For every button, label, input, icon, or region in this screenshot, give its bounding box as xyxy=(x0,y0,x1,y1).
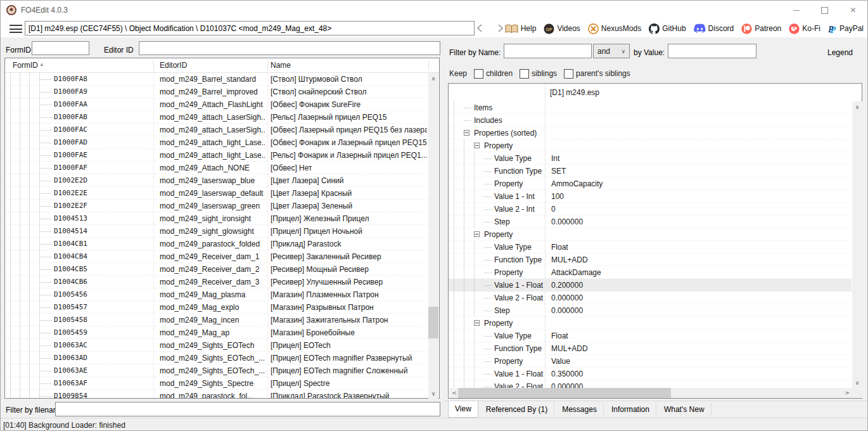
tab-what-s-new[interactable]: What's New xyxy=(658,402,712,416)
scroll-down-icon[interactable]: ∨ xyxy=(852,377,862,388)
scroll-up-icon[interactable]: ∧ xyxy=(428,73,438,84)
tab-information[interactable]: Information xyxy=(605,402,656,416)
tree-vertical-scrollbar[interactable]: ∧ ∨ xyxy=(852,101,862,388)
tree-row-value: AttackDamage xyxy=(551,266,601,279)
filename-filter-input[interactable] xyxy=(55,402,440,416)
collapse-expander-icon[interactable] xyxy=(474,320,480,326)
table-row[interactable]: D1005458 mod_m249_Mag_incen [Магазин] За… xyxy=(5,314,428,326)
back-icon[interactable] xyxy=(476,23,485,34)
table-row[interactable]: D10063AE mod_m249_Sights_EOTech_... [При… xyxy=(5,364,428,377)
keep-parents-siblings-checkbox[interactable] xyxy=(564,69,573,79)
toolbar-link-nexusmods[interactable]: NexusMods xyxy=(588,23,641,34)
keep-children-checkbox[interactable] xyxy=(474,69,483,79)
scroll-up-icon[interactable]: ∧ xyxy=(852,101,862,112)
table-row[interactable]: D1000FAF mod_m249_Attach_NONE [Обвес] Не… xyxy=(5,162,428,174)
tree-row[interactable]: Value 1 - Int100 xyxy=(449,190,852,203)
tree-row[interactable]: PropertyAmmoCapacity xyxy=(449,177,852,190)
table-row[interactable]: D1000FAC mod_m249_attach_LaserSigh... [О… xyxy=(5,124,428,136)
column-header-editorid[interactable]: EditorID xyxy=(160,61,187,70)
toolbar-link-discord[interactable]: Discord xyxy=(694,23,734,34)
table-row[interactable]: D1000FAB mod_m249_attach_LaserSigh... [Р… xyxy=(5,111,428,124)
table-row[interactable]: D1000FAD mod_m249_attach_light_Lase... [… xyxy=(5,136,428,149)
column-header-formid[interactable]: FormID xyxy=(13,61,38,70)
tree-row[interactable]: Value TypeFloat xyxy=(449,241,852,254)
table-row[interactable]: D1004514 mod_m249_sight_glowsight [Прице… xyxy=(5,225,428,238)
scroll-right-icon[interactable]: > xyxy=(842,388,852,398)
scrollbar-thumb[interactable] xyxy=(428,307,438,338)
table-row[interactable]: D1009854 mod_m249_parastock_fol... [Прик… xyxy=(5,390,428,398)
breadcrumb[interactable] xyxy=(25,21,475,35)
column-header-name[interactable]: Name xyxy=(271,61,291,70)
table-row[interactable]: D1004CB1 mod_m249_parastock_folded [Прик… xyxy=(5,238,428,250)
table-row[interactable]: D1004CB5 mod_m249_Receiver_dam_2 [Ресиве… xyxy=(5,263,428,276)
table-row[interactable]: D1004CB4 mod_m249_Receiver_dam_1 [Ресиве… xyxy=(5,250,428,263)
table-row[interactable]: D1005459 mod_m249_Mag_ap [Магазин] Броне… xyxy=(5,326,428,339)
tree-column-header[interactable]: [D1] m249.esp xyxy=(550,86,599,99)
tree-row[interactable]: Step0.000000 xyxy=(449,216,852,228)
records-vertical-scrollbar[interactable]: ∧ ∨ xyxy=(428,73,438,399)
scrollbar-thumb[interactable] xyxy=(458,388,671,398)
tree-row[interactable]: Includes xyxy=(449,114,852,127)
toolbar-link-patreon[interactable]: Patreon xyxy=(741,23,781,34)
tree-row[interactable]: Properties (sorted) xyxy=(449,127,852,139)
tree-row[interactable]: Property xyxy=(449,228,852,241)
table-row[interactable]: D1004513 mod_m249_sight_ironsight [Прице… xyxy=(5,212,428,225)
table-row[interactable]: D1000FAE mod_m249_attach_light_Lase... [… xyxy=(5,149,428,162)
scroll-down-icon[interactable]: ∨ xyxy=(428,388,438,399)
toolbar-link-help[interactable]: Help xyxy=(505,24,537,34)
filter-by-value-input[interactable] xyxy=(668,44,756,58)
tree-row[interactable]: Value 1 - Float0.200000 xyxy=(449,279,852,292)
tree-row[interactable]: Value 2 - Float0.000000 xyxy=(449,380,852,388)
tree-row[interactable]: Property xyxy=(449,317,852,330)
table-row[interactable]: D1005456 mod_m249_Mag_plasma [Магазин] П… xyxy=(5,288,428,301)
tree-row[interactable]: Value 2 - Int0 xyxy=(449,203,852,216)
records-table-header[interactable]: FormID ▲ EditorID Name xyxy=(5,58,439,73)
tree-row[interactable]: Function TypeMUL+ADD xyxy=(449,254,852,266)
tree-row[interactable]: Value 1 - Float0.350000 xyxy=(449,368,852,380)
tree-row[interactable]: Value 2 - Float0.000000 xyxy=(449,292,852,304)
filter-by-name-input[interactable] xyxy=(504,44,592,58)
legend-link[interactable]: Legend xyxy=(827,48,853,57)
table-row[interactable]: D1000FAA mod_m249_Attach_FlashLight [Обв… xyxy=(5,98,428,111)
keep-siblings-checkbox[interactable] xyxy=(520,69,529,79)
tree-row[interactable]: Property xyxy=(449,139,852,152)
maximize-button[interactable] xyxy=(810,1,839,20)
table-row[interactable]: D10063AD mod_m249_Sights_EOTech_... [При… xyxy=(5,352,428,364)
tree-horizontal-scrollbar[interactable]: < > xyxy=(449,388,852,398)
table-row[interactable]: D10063AC mod_m249_Sights_EOTech [Прицел]… xyxy=(5,339,428,352)
tree-row[interactable]: Value TypeFloat xyxy=(449,330,852,342)
tree-row-value: AmmoCapacity xyxy=(551,177,603,190)
tree-row[interactable]: Value TypeInt xyxy=(449,152,852,165)
toolbar-link-videos[interactable]: GPVideos xyxy=(544,23,580,34)
tab-view[interactable]: View xyxy=(448,401,478,418)
tree-row[interactable]: PropertyAttackDamage xyxy=(449,266,852,279)
tab-referenced-by-1-[interactable]: Referenced By (1) xyxy=(480,402,554,416)
collapse-expander-icon[interactable] xyxy=(474,231,480,237)
table-row[interactable]: D1002E2D mod_m249_laserswap_blue [Цвет Л… xyxy=(5,174,428,187)
tree-row[interactable]: Function TypeMUL+ADD xyxy=(449,342,852,355)
editor-id-filter-input[interactable] xyxy=(139,41,440,55)
minimize-button[interactable] xyxy=(782,1,810,20)
main-menu-icon[interactable] xyxy=(10,25,22,33)
collapse-expander-icon[interactable] xyxy=(474,143,480,148)
table-row[interactable]: D1002E2F mod_m249_laserswap_green [Цвет … xyxy=(5,200,428,212)
tree-row[interactable]: Step0.000000 xyxy=(449,304,852,317)
help-book-icon xyxy=(505,24,518,34)
filter-operator-select[interactable]: and ∨ xyxy=(593,44,630,58)
table-row[interactable]: D1002E2E mod_m249_laserswap_default [Цве… xyxy=(5,187,428,200)
toolbar-link-ko-fi[interactable]: Ko-Fi xyxy=(789,23,820,34)
tree-row[interactable]: Items xyxy=(449,101,852,114)
close-button[interactable]: ✕ xyxy=(839,1,867,20)
formid-filter-input[interactable] xyxy=(32,41,89,55)
collapse-expander-icon[interactable] xyxy=(464,130,469,136)
table-row[interactable]: D1004CB6 mod_m249_Receiver_dam_3 [Ресиве… xyxy=(5,276,428,288)
tab-messages[interactable]: Messages xyxy=(556,402,604,416)
table-row[interactable]: D10063AF mod_m249_Sights_Spectre [Прицел… xyxy=(5,377,428,390)
table-row[interactable]: D1005457 mod_m249_Mag_explo [Магазин] Ра… xyxy=(5,301,428,314)
table-row[interactable]: D1000FA8 mod_m249_Barrel_standard [Ствол… xyxy=(5,73,428,86)
table-row[interactable]: D1000FA9 mod_m249_Barrel_improved [Ствол… xyxy=(5,86,428,98)
toolbar-link-paypal[interactable]: PPPayPal xyxy=(828,23,864,34)
tree-row[interactable]: Function TypeSET xyxy=(449,165,852,177)
toolbar-link-github[interactable]: GitHub xyxy=(649,23,686,34)
tree-row[interactable]: PropertyValue xyxy=(449,355,852,368)
